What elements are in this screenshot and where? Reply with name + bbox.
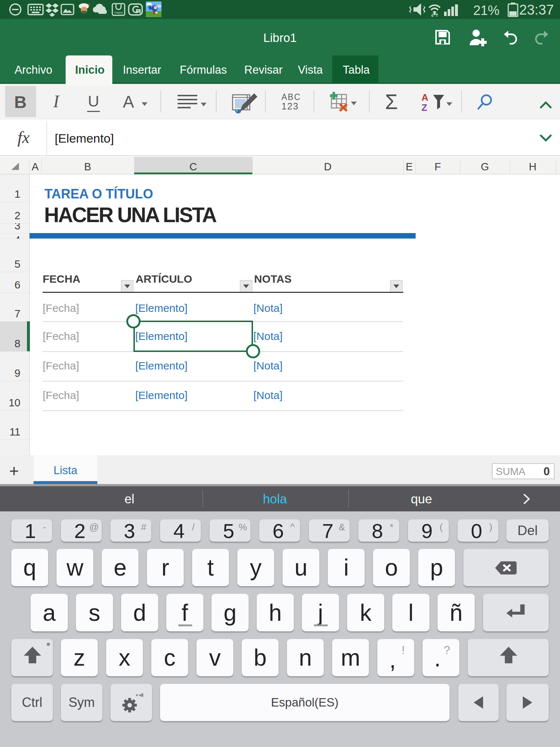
svg-text:Galaxy: Galaxy (114, 11, 123, 14)
